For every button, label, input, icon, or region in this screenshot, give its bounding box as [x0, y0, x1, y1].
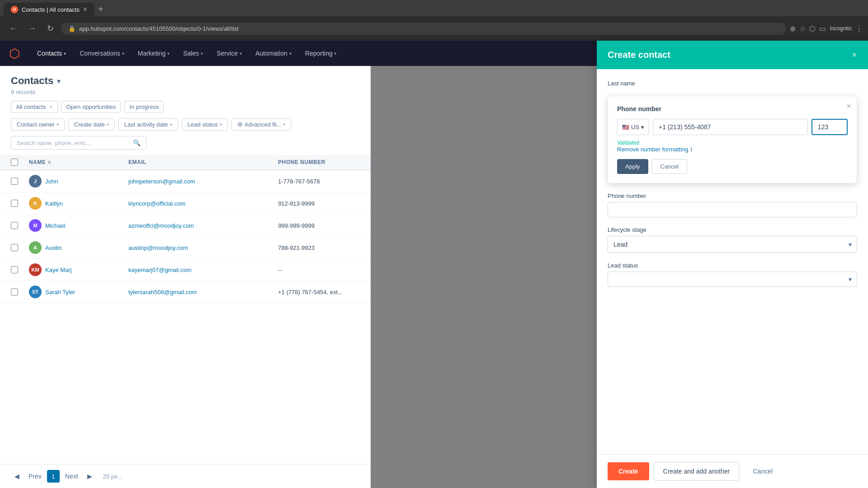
lead-status-select[interactable]: [608, 272, 857, 287]
filter-pill-open-opportunities[interactable]: Open opportunities: [61, 101, 121, 113]
row-checkbox-kaitlyn[interactable]: [11, 200, 18, 207]
nav-item-marketing[interactable]: Marketing ▾: [132, 46, 176, 61]
prev-page-button[interactable]: ◀: [11, 471, 23, 482]
phone-number-popup: × Phone number 🇺🇸 US ▾ Validated Remove …: [608, 96, 857, 183]
lifecycle-stage-select[interactable]: Lead Subscriber Marketing Qualified Lead…: [608, 236, 857, 253]
nav-forward-button[interactable]: →: [24, 22, 40, 35]
avatar-sarah: ST: [29, 286, 42, 298]
filter-pill-all-contacts-close[interactable]: ×: [49, 104, 52, 110]
contact-link-austin[interactable]: Austin: [45, 244, 61, 251]
nav-chevron-sales: ▾: [201, 51, 203, 56]
contact-link-john[interactable]: John: [45, 178, 58, 185]
contact-email-kaye[interactable]: kayemarj07@gmail.com: [128, 267, 278, 273]
nav-chevron-contacts: ▾: [64, 51, 66, 56]
nav-refresh-button[interactable]: ↻: [43, 22, 57, 35]
lead-status-label: Lead status: [608, 262, 857, 269]
modal-close-button[interactable]: ×: [852, 50, 857, 60]
phone-popup-close-button[interactable]: ×: [846, 102, 851, 111]
table-row: A Austin austinp@moodjoy.com 788-921-992…: [0, 237, 370, 259]
nav-actions: ⊕ ☆ ⬡ ▭ Incognito ⋮: [790, 24, 863, 33]
next-label[interactable]: Next: [61, 471, 82, 482]
modal-body: Last name × Phone number 🇺🇸 US ▾ Validat…: [597, 69, 868, 454]
filter-contact-owner[interactable]: Contact owner ▾: [11, 118, 65, 131]
contact-email-sarah[interactable]: tylersarah508@gmail.com: [128, 289, 278, 296]
search-input[interactable]: [17, 140, 129, 146]
remove-formatting-link[interactable]: Remove number formatting ℹ: [617, 146, 848, 153]
lock-icon: 🔒: [68, 25, 75, 32]
contact-link-sarah[interactable]: Sarah Tyler: [45, 289, 75, 296]
table-row: K Kaitlyn klyncorp@official.com 912-913-…: [0, 192, 370, 215]
address-bar[interactable]: 🔒 app.hubspot.com/contacts/45105500/obje…: [61, 23, 786, 35]
hubspot-logo[interactable]: ⬡: [9, 46, 20, 61]
cast-icon[interactable]: ▭: [819, 24, 826, 33]
filter-pill-in-progress[interactable]: In progress: [124, 101, 164, 113]
lead-status-chevron: ▾: [220, 122, 222, 127]
filter-advanced[interactable]: ⚙ Advanced fil... ▾: [231, 118, 292, 131]
active-tab[interactable]: H Contacts | All contacts ×: [4, 3, 94, 16]
phone-number-main-input[interactable]: [653, 119, 808, 135]
row-checkbox-austin[interactable]: [11, 244, 18, 251]
row-checkbox-sarah[interactable]: [11, 288, 18, 296]
country-select[interactable]: 🇺🇸 US ▾: [617, 119, 649, 135]
contact-phone-michael: 999-999-9999: [278, 222, 359, 229]
row-checkbox-michael[interactable]: [11, 222, 18, 229]
contact-link-kaitlyn[interactable]: Kaitlyn: [45, 200, 63, 207]
cancel-button[interactable]: Cancel: [744, 462, 782, 480]
contacts-dropdown-button[interactable]: ▾: [57, 77, 61, 85]
page-number-1[interactable]: 1: [47, 470, 60, 483]
create-and-add-another-button[interactable]: Create and add another: [654, 462, 740, 481]
nav-item-conversations[interactable]: Conversations ▾: [73, 46, 131, 61]
table-row: M Michael azmeoffcl@moodjoy.com 999-999-…: [0, 215, 370, 237]
search-box[interactable]: 🔍: [11, 136, 146, 150]
col-header-name[interactable]: NAME ⇅: [29, 159, 128, 166]
prev-label[interactable]: Prev: [25, 471, 45, 482]
address-url: app.hubspot.com/contacts/45105500/object…: [79, 25, 239, 32]
nav-item-sales[interactable]: Sales ▾: [177, 46, 209, 61]
pagination: ◀ Prev 1 Next ▶ 25 pe...: [0, 464, 370, 488]
row-checkbox-kaye[interactable]: [11, 266, 18, 273]
select-all-checkbox[interactable]: [11, 159, 18, 166]
lifecycle-stage-label: Lifecycle stage: [608, 226, 857, 233]
phone-apply-button[interactable]: Apply: [617, 159, 648, 174]
contact-phone-kaye: --: [278, 267, 359, 273]
new-tab-button[interactable]: +: [94, 2, 107, 16]
phone-cancel-button[interactable]: Cancel: [652, 159, 687, 174]
tab-close-button[interactable]: ×: [83, 5, 87, 14]
hubspot-extension-icon[interactable]: ⬡: [809, 24, 816, 33]
create-button[interactable]: Create: [608, 462, 649, 480]
last-activity-chevron: ▾: [170, 122, 172, 127]
row-checkbox-john[interactable]: [11, 178, 18, 185]
filter-lead-status[interactable]: Lead status ▾: [182, 118, 228, 131]
next-page-button[interactable]: ▶: [84, 471, 96, 482]
contact-email-kaitlyn[interactable]: klyncorp@official.com: [128, 200, 278, 207]
contact-email-austin[interactable]: austinp@moodjoy.com: [128, 244, 278, 251]
contact-link-kaye[interactable]: Kaye Marj: [45, 267, 72, 273]
table-header: NAME ⇅ EMAIL PHONE NUMBER: [0, 155, 370, 170]
nav-back-button[interactable]: ←: [5, 22, 21, 35]
table-row: J John johnpeterson@gmail.com 1-778-767-…: [0, 170, 370, 192]
contact-link-michael[interactable]: Michael: [45, 222, 66, 229]
filter-last-activity-date[interactable]: Last activity date ▾: [118, 118, 178, 131]
phone-number-input[interactable]: [608, 202, 857, 217]
contact-email-michael[interactable]: azmeoffcl@moodjoy.com: [128, 222, 278, 229]
col-header-email[interactable]: EMAIL: [128, 159, 278, 166]
page-nav: ◀ Prev 1 Next ▶: [11, 470, 96, 483]
contacts-table: NAME ⇅ EMAIL PHONE NUMBER J John johnpet…: [0, 155, 370, 464]
nav-item-reporting[interactable]: Reporting ▾: [299, 46, 343, 61]
filter-create-date[interactable]: Create date ▾: [68, 118, 115, 131]
country-code: US: [631, 124, 639, 131]
bookmark-icon[interactable]: ☆: [799, 24, 806, 33]
filter-pill-all-contacts[interactable]: All contacts ×: [11, 101, 58, 113]
col-header-phone[interactable]: PHONE NUMBER: [278, 159, 359, 166]
menu-icon[interactable]: ⋮: [855, 24, 863, 33]
nav-item-automation[interactable]: Automation ▾: [249, 46, 298, 61]
contact-email-john[interactable]: johnpeterson@gmail.com: [128, 178, 278, 185]
name-sort-icon: ⇅: [47, 160, 52, 165]
phone-short-input[interactable]: [811, 119, 848, 135]
extensions-icon[interactable]: ⊕: [790, 24, 796, 33]
nav-item-service[interactable]: Service ▾: [210, 46, 248, 61]
nav-item-contacts[interactable]: Contacts ▾: [31, 46, 72, 61]
filter-pills: All contacts × Open opportunities In pro…: [0, 101, 370, 118]
avatar-michael: M: [29, 219, 42, 232]
last-name-field: Last name: [608, 80, 857, 87]
